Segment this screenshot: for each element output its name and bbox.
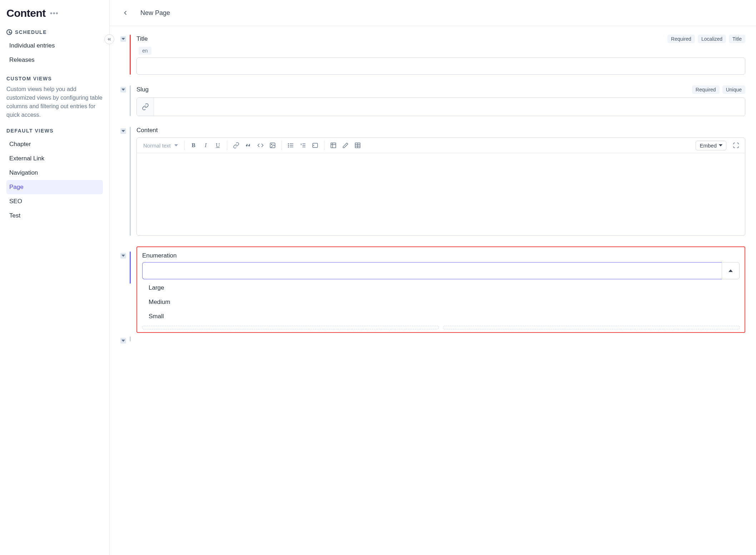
- schedule-label: SCHEDULE: [15, 29, 47, 35]
- svg-marker-24: [121, 255, 125, 257]
- page-title: New Page: [140, 9, 170, 17]
- svg-marker-3: [174, 144, 178, 146]
- svg-point-5: [271, 144, 272, 145]
- more-icon[interactable]: •••: [50, 9, 59, 18]
- field-bar: [130, 127, 131, 236]
- slug-label: Slug: [136, 86, 149, 93]
- svg-marker-0: [121, 38, 125, 40]
- enum-option-small[interactable]: Small: [142, 309, 740, 324]
- enumeration-caret-button[interactable]: [722, 262, 740, 279]
- field-toggle-enumeration[interactable]: [120, 253, 126, 259]
- rich-text-editor: Normal text B I U: [136, 138, 745, 236]
- custom-views-desc: Custom views help you add customized vie…: [6, 85, 103, 119]
- format-select[interactable]: Normal text: [140, 141, 181, 150]
- content-label: Content: [136, 127, 745, 134]
- editor-body[interactable]: [137, 153, 745, 235]
- svg-point-10: [288, 145, 289, 146]
- view-chapter[interactable]: Chapter: [6, 137, 103, 151]
- embed-button[interactable]: Embed: [696, 141, 726, 150]
- slug-input[interactable]: [154, 98, 745, 116]
- enum-option-large[interactable]: Large: [142, 281, 740, 295]
- format-label: Normal text: [143, 142, 171, 149]
- field-toggle-next[interactable]: [120, 338, 126, 344]
- badge-localized: Localized: [698, 35, 726, 43]
- svg-marker-2: [121, 130, 125, 132]
- schedule-section: SCHEDULE: [6, 29, 103, 35]
- svg-point-9: [288, 144, 289, 144]
- ordered-list-button[interactable]: [298, 140, 308, 151]
- page-header: New Page: [110, 0, 756, 26]
- field-bar: [130, 85, 131, 116]
- collapse-sidebar-button[interactable]: [104, 34, 114, 44]
- quote-button[interactable]: [243, 140, 254, 151]
- grid-button[interactable]: [352, 140, 363, 151]
- embed-label: Embed: [700, 142, 717, 149]
- link-button[interactable]: [231, 140, 242, 151]
- badge-required: Required: [692, 85, 720, 94]
- badge-title: Title: [729, 35, 745, 43]
- nav-individual-entries[interactable]: Individual entries: [6, 39, 103, 53]
- svg-point-11: [288, 147, 289, 148]
- field-toggle-slug[interactable]: [120, 87, 126, 92]
- field-toggle-title[interactable]: [120, 36, 126, 42]
- back-button[interactable]: [120, 8, 130, 18]
- nav-releases[interactable]: Releases: [6, 53, 103, 67]
- placeholder-box: [443, 326, 740, 329]
- view-page[interactable]: Page: [6, 180, 103, 194]
- field-bar: [130, 35, 131, 75]
- code-button[interactable]: [255, 140, 266, 151]
- svg-marker-1: [121, 89, 125, 91]
- edit-button[interactable]: [340, 140, 351, 151]
- fullscreen-button[interactable]: [731, 140, 741, 151]
- sidebar-title: Content: [6, 7, 46, 19]
- table-button[interactable]: [328, 140, 339, 151]
- default-views-label: DEFAULT VIEWS: [6, 128, 103, 134]
- view-navigation[interactable]: Navigation: [6, 166, 103, 180]
- view-seo[interactable]: SEO: [6, 194, 103, 209]
- badge-unique: Unique: [722, 85, 745, 94]
- bold-button[interactable]: B: [188, 140, 199, 151]
- link-icon: [137, 98, 154, 116]
- enumeration-highlighted: Enumeration Large Medium Small: [136, 246, 745, 333]
- enum-option-medium[interactable]: Medium: [142, 295, 740, 309]
- field-toggle-content[interactable]: [120, 128, 126, 134]
- codeblock-button[interactable]: [310, 140, 320, 151]
- italic-button[interactable]: I: [200, 140, 211, 151]
- enumeration-dropdown: Large Medium Small: [142, 281, 740, 324]
- image-button[interactable]: [267, 140, 278, 151]
- placeholder-box: [142, 326, 439, 329]
- custom-views-label: CUSTOM VIEWS: [6, 76, 103, 81]
- svg-marker-26: [121, 340, 125, 342]
- enumeration-input[interactable]: [142, 262, 722, 279]
- svg-marker-25: [728, 269, 733, 272]
- locale-chip[interactable]: en: [139, 47, 151, 55]
- main: New Page Title Required Localized Title: [110, 0, 756, 555]
- sidebar: Content ••• SCHEDULE Individual entries …: [0, 0, 110, 555]
- enumeration-label: Enumeration: [142, 252, 740, 259]
- clock-icon: [6, 29, 12, 35]
- view-test[interactable]: Test: [6, 209, 103, 223]
- field-bar: [130, 251, 131, 284]
- view-external-link[interactable]: External Link: [6, 151, 103, 166]
- bullet-list-button[interactable]: [285, 140, 296, 151]
- underline-button[interactable]: U: [213, 140, 223, 151]
- svg-rect-16: [331, 143, 336, 148]
- title-input[interactable]: [136, 58, 745, 75]
- title-label: Title: [136, 35, 148, 42]
- badge-required: Required: [667, 35, 695, 43]
- field-bar: [130, 336, 131, 341]
- svg-marker-23: [719, 144, 722, 146]
